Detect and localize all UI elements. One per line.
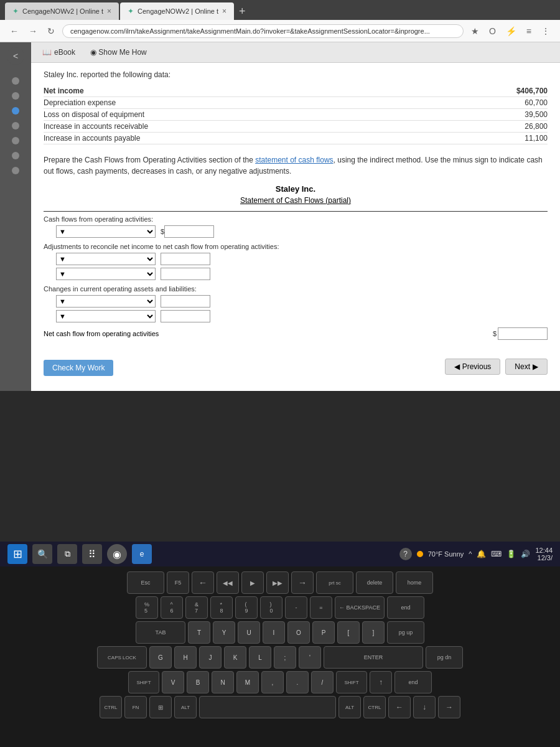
key-delete[interactable]: delete [356,571,393,594]
key-home[interactable]: home [396,571,433,594]
taskbar-caret-icon[interactable]: ^ [469,550,472,558]
cf-changes-input-2[interactable] [161,310,210,322]
key-right[interactable]: → [438,696,460,718]
key-left[interactable]: ← [388,696,411,718]
key-alt-l[interactable]: ALT [174,696,197,718]
cf-changes-select-2[interactable]: ▼ Increase in accounts payable [56,310,156,322]
key-f5[interactable]: F5 [167,571,189,594]
taskbar-battery-icon[interactable]: 🔋 [506,550,516,558]
key-7[interactable]: &7 [185,596,208,619]
key-m[interactable]: M [236,671,259,693]
sidebar-dot-7[interactable] [12,167,19,174]
taskbar-search-button[interactable]: 🔍 [32,544,52,564]
key-y[interactable]: Y [213,621,235,644]
ebook-button[interactable]: 📖 eBook [39,46,79,59]
key-equals[interactable]: = [310,596,332,619]
key-b[interactable]: B [187,671,209,693]
bookmark-button[interactable]: ★ [469,25,482,37]
key-semicolon[interactable]: ; [274,646,296,669]
key-shift-r[interactable]: SHIFT [336,671,367,693]
key-6[interactable]: ^6 [161,596,183,619]
key-end2[interactable]: end [394,671,432,693]
key-comma[interactable]: , [261,671,284,693]
taskbar-help-icon[interactable]: ? [399,548,412,560]
key-space[interactable] [199,696,336,718]
key-slash[interactable]: / [311,671,334,693]
key-p[interactable]: P [312,621,335,644]
taskbar-browser-icon[interactable]: e [132,544,152,564]
key-prtsc[interactable]: prt sc [316,571,353,594]
key-rbracket[interactable]: ] [362,621,385,644]
key-k[interactable]: K [224,646,246,669]
previous-button[interactable]: ◀ Previous [445,359,501,375]
key-n[interactable]: N [212,671,234,693]
tab-1[interactable]: ✦ CengageNOWv2 | Online teachin × [5,2,119,20]
taskbar-task-view-button[interactable]: ⧉ [57,544,77,564]
cf-input-1[interactable] [164,225,214,238]
key-ctrl-r[interactable]: CTRL [363,696,386,718]
cf-item-select-1[interactable]: ▼ Net income [56,225,156,238]
browser-menu-button[interactable]: ⋮ [539,25,553,37]
tab-2[interactable]: ✦ CengageNOWv2 | Online teachin × [120,2,234,20]
key-l[interactable]: L [249,646,271,669]
taskbar-notification-icon[interactable]: 🔔 [477,550,486,558]
new-tab-button[interactable]: + [235,2,250,20]
cf-adj-select-2[interactable]: ▼ Loss on disposal of equipment [56,268,156,280]
key-enter[interactable]: ENTER [324,646,423,669]
key-h[interactable]: H [174,646,197,669]
key-u[interactable]: U [238,621,260,644]
key-o[interactable]: O [287,621,310,644]
settings-button[interactable]: ≡ [524,25,534,37]
user-button[interactable]: O [487,25,498,37]
key-lbracket[interactable]: [ [337,621,360,644]
key-end[interactable]: end [387,596,424,619]
taskbar-circle-button[interactable]: ◉ [107,544,127,564]
key-win[interactable]: ⊞ [149,696,172,718]
cf-adj-select-1[interactable]: ▼ Depreciation expense [56,253,156,265]
extensions-button[interactable]: ⚡ [503,25,519,37]
sidebar-dot-3[interactable] [12,107,19,115]
taskbar-volume-icon[interactable]: 🔊 [521,550,530,558]
key-up[interactable]: ↑ [370,671,392,693]
key-v[interactable]: V [162,671,184,693]
key-esc[interactable]: Esc [127,571,164,594]
show-me-how-button[interactable]: ◉ Show Me How [86,46,151,59]
key-quote[interactable]: ' [299,646,321,669]
key-g[interactable]: G [149,646,172,669]
key-0[interactable]: )0 [260,596,282,619]
key-rewind[interactable]: ◀◀ [217,571,239,594]
refresh-nav-button[interactable]: ↻ [45,25,57,37]
key-j[interactable]: J [199,646,222,669]
key-tab[interactable]: TAB [136,621,185,644]
forward-nav-button[interactable]: → [26,25,40,37]
key-pgdn[interactable]: pg dn [426,646,463,669]
key-fn[interactable]: FN [124,696,147,718]
key-period[interactable]: . [286,671,309,693]
next-button[interactable]: Next ▶ [505,359,548,375]
key-pgup[interactable]: pg up [387,621,424,644]
key-caps[interactable]: CAPS LOCK [97,646,147,669]
sidebar-dot-4[interactable] [12,122,19,129]
key-t[interactable]: T [188,621,210,644]
cf-changes-input-1[interactable] [161,295,210,308]
key-9[interactable]: (9 [235,596,258,619]
taskbar-windows-button[interactable]: ⊞ [7,544,27,564]
cf-adj-input-1[interactable] [161,253,210,265]
tab-1-close[interactable]: × [107,7,111,16]
net-cf-input[interactable] [498,327,548,340]
sidebar-dot-1[interactable] [12,77,19,85]
back-arrow-button[interactable]: < [7,47,24,65]
sidebar-dot-6[interactable] [12,152,19,159]
statement-link[interactable]: statement of cash flows [255,156,333,164]
key-ctrl-l[interactable]: CTRL [100,696,122,718]
key-tilde[interactable]: %5 [136,596,158,619]
sidebar-dot-2[interactable] [12,92,19,100]
tab-2-close[interactable]: × [222,7,226,16]
key-8[interactable]: *8 [210,596,233,619]
key-ffwd[interactable]: ▶▶ [266,571,289,594]
cf-changes-select-1[interactable]: ▼ Increase in accounts receivable [56,295,156,308]
address-input[interactable] [62,24,464,38]
key-back[interactable]: ← [192,571,214,594]
cf-adj-input-2[interactable] [161,268,210,280]
key-i[interactable]: I [263,621,285,644]
